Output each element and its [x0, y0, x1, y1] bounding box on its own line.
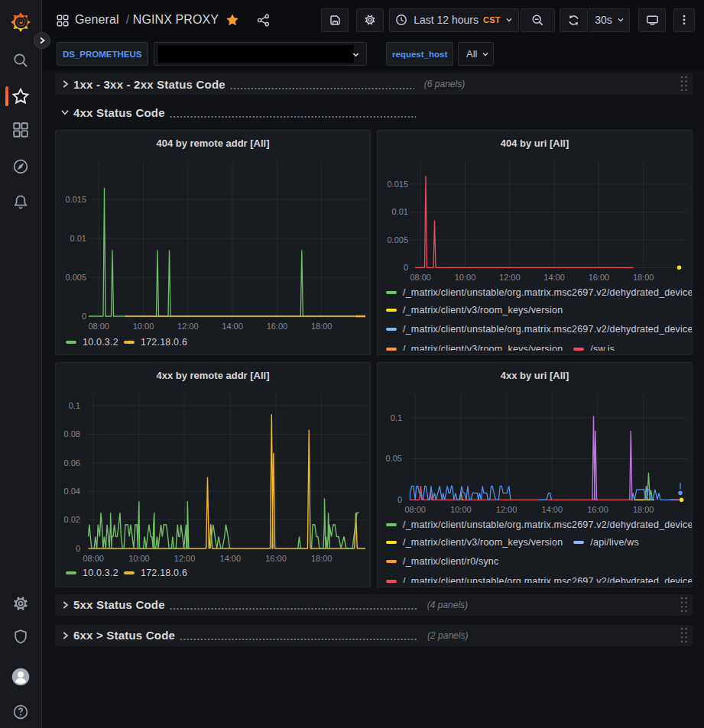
svg-text:08:00: 08:00: [83, 554, 104, 563]
svg-text:14:00: 14:00: [222, 322, 243, 331]
svg-text:0: 0: [404, 263, 408, 272]
svg-text:0: 0: [76, 544, 80, 553]
svg-text:0.01: 0.01: [392, 207, 408, 216]
svg-text:10:00: 10:00: [128, 554, 150, 563]
svg-text:0.04: 0.04: [64, 487, 80, 496]
svg-text:0: 0: [397, 495, 402, 504]
svg-text:0.01: 0.01: [70, 234, 86, 243]
svg-text:14:00: 14:00: [220, 554, 242, 563]
svg-text:12:00: 12:00: [177, 322, 199, 331]
svg-text:18:00: 18:00: [311, 322, 333, 331]
svg-text:16:00: 16:00: [267, 322, 288, 331]
svg-text:0.015: 0.015: [387, 180, 408, 189]
svg-text:10:00: 10:00: [133, 322, 154, 331]
svg-text:12:00: 12:00: [174, 554, 196, 563]
svg-text:18:00: 18:00: [311, 554, 333, 563]
svg-text:0.06: 0.06: [64, 458, 80, 468]
svg-text:0.08: 0.08: [64, 429, 80, 438]
svg-text:0.1: 0.1: [391, 413, 402, 422]
svg-text:0.1: 0.1: [69, 401, 80, 410]
svg-text:08:00: 08:00: [88, 322, 109, 331]
svg-text:0.005: 0.005: [65, 273, 86, 282]
svg-text:0.05: 0.05: [386, 454, 402, 463]
svg-text:0.015: 0.015: [65, 195, 86, 204]
svg-text:0.005: 0.005: [387, 235, 408, 244]
svg-text:0: 0: [82, 312, 86, 321]
svg-text:0.02: 0.02: [64, 515, 80, 524]
svg-text:16:00: 16:00: [265, 554, 287, 563]
